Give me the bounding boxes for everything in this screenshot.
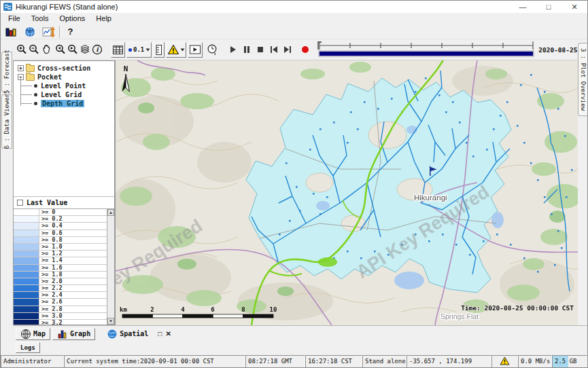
menu-tools[interactable]: Tools [26, 14, 54, 24]
tab-spatial[interactable]: Spatial [103, 328, 152, 340]
svg-text:6: 6 [211, 306, 214, 313]
svg-text:8: 8 [241, 306, 245, 313]
legend-row-label: >= 2.6 [39, 299, 63, 305]
timeseries-display-button[interactable] [41, 24, 56, 39]
legend-row-label: >= 3.2 [39, 320, 63, 325]
app-logo-icon [3, 3, 12, 11]
set-time-button[interactable] [206, 42, 219, 58]
legend-row-label: >= 2.2 [39, 285, 63, 291]
logs-button[interactable]: Logs [16, 342, 40, 353]
window-title: Hikurangi FEWS (Stand alone) [16, 3, 118, 11]
panel-maximize-icon[interactable]: □ [158, 330, 162, 337]
map-display-button[interactable] [22, 24, 37, 39]
zoom-out-button[interactable] [28, 42, 40, 58]
last-value-checkbox[interactable] [17, 200, 23, 206]
animation-button[interactable] [188, 42, 203, 58]
menu-help[interactable]: Help [90, 14, 117, 24]
tab-map[interactable]: Map [16, 328, 50, 340]
legend-row[interactable]: >= 3.2 [14, 320, 107, 325]
legend-row-label: >= 1.4 [39, 257, 63, 263]
tree-item-label: Level Grid [41, 91, 82, 98]
last-timestep-button[interactable] [281, 42, 294, 58]
tab-label: Map [33, 330, 46, 337]
tab-graph[interactable]: Graph [52, 328, 95, 340]
thresholds-dropdown[interactable] [166, 42, 186, 58]
menu-file[interactable]: File [3, 14, 26, 24]
legend-swatch [14, 272, 39, 278]
tab-plot-overview[interactable]: 3 : Plot Overview [578, 43, 588, 116]
close-button[interactable]: ✕ [561, 1, 587, 13]
pause-button[interactable] [241, 42, 253, 58]
map-toolbar: i 0.1 [13, 39, 577, 60]
tree-item-label: Pocket [37, 73, 62, 81]
title-bar: Hikurangi FEWS (Stand alone) — □ ✕ [1, 1, 587, 13]
warning-icon [500, 356, 510, 365]
legend-row-label: >= 2.4 [39, 292, 63, 298]
first-timestep-button[interactable] [268, 42, 280, 58]
menu-options[interactable]: Options [54, 14, 90, 24]
legend-swatch [14, 292, 39, 298]
filter-tree: + Cross-section − Pocket Level Point Lev… [14, 61, 114, 197]
memory-value: 2.5 GB [555, 358, 577, 365]
tree-item-pocket[interactable]: − Pocket [14, 73, 114, 81]
map-canvas[interactable]: API Key Required API Key Required N Hiku… [116, 60, 578, 325]
tree-guide-line [20, 77, 21, 106]
timeline-slider[interactable] [317, 39, 534, 60]
play-button[interactable] [227, 42, 239, 58]
logs-row: Logs [13, 342, 588, 355]
legend-swatch [14, 244, 39, 250]
legend-row-label: >= 0.6 [39, 230, 63, 236]
stop-button[interactable] [254, 42, 266, 58]
legend-row-label: >= 1.6 [39, 265, 63, 271]
expand-icon[interactable]: + [18, 65, 24, 71]
legend-swatch [14, 237, 39, 243]
svg-text:2: 2 [150, 306, 154, 313]
legend-row[interactable]: >= 1.4 [14, 257, 107, 264]
status-memory: 2.5 GB [552, 355, 587, 368]
bar-chart-icon [57, 329, 68, 339]
legend-row-label: >= 0 [39, 209, 55, 215]
scroll-down-icon[interactable]: ▼ [107, 318, 114, 325]
scroll-up-icon[interactable]: ▲ [107, 209, 114, 216]
map-time-label: Time: 2020-08-25 00:00:00 CST [461, 304, 574, 312]
panel-close-icon[interactable]: ✕ [165, 330, 171, 337]
status-warning-cell[interactable] [491, 355, 518, 368]
maximize-button[interactable]: □ [536, 1, 561, 13]
tab-data-viewer[interactable]: 6 : Data Viewer [1, 94, 12, 149]
profile-staff-button[interactable] [153, 42, 165, 58]
legend-swatch [14, 216, 39, 222]
tab-forecast[interactable]: 5 : Forecast [1, 52, 12, 92]
legend-swatch [14, 278, 39, 284]
layers-button[interactable] [79, 42, 91, 58]
node-bullet-icon [34, 102, 37, 105]
blue-dot-icon [128, 48, 133, 52]
node-bullet-icon [34, 93, 37, 96]
tree-guide-line [20, 103, 32, 104]
legend-swatch [14, 306, 39, 312]
node-bullet-icon [34, 84, 37, 88]
legend-swatch [14, 313, 39, 319]
tree-guide-line [20, 86, 32, 86]
record-button[interactable] [299, 42, 311, 58]
pan-button[interactable] [40, 42, 52, 58]
chevron-down-icon [145, 48, 150, 52]
legend-title: Last Value [27, 199, 67, 206]
spatial-map[interactable]: API Key Required API Key Required N Hiku… [115, 60, 577, 325]
legend-scrollbar[interactable]: ▲ ▼ [107, 209, 114, 325]
database-explorer-button[interactable] [3, 24, 18, 39]
zoom-previous-button[interactable] [54, 42, 67, 58]
contour-interval-dropdown[interactable]: 0.1 [126, 42, 152, 58]
legend-row-label: >= 0.8 [39, 237, 63, 243]
help-button[interactable]: ? [63, 24, 77, 39]
legend: >= 0>= 0.2>= 0.4>= 0.6>= 0.8>= 1.0>= 1.2… [14, 209, 114, 325]
grid-display-button[interactable] [111, 42, 125, 58]
info-button[interactable]: i [91, 42, 103, 58]
minimize-button[interactable]: — [510, 1, 536, 13]
zoom-in-button[interactable] [16, 42, 28, 58]
tree-item-cross-section[interactable]: + Cross-section [14, 64, 114, 73]
tree-item-label: Depth Grid [41, 100, 84, 107]
legend-row-label: >= 1.0 [39, 244, 63, 250]
zoom-next-button[interactable] [67, 42, 79, 58]
globe-wireframe-icon [20, 329, 31, 339]
legend-swatch [14, 265, 39, 271]
